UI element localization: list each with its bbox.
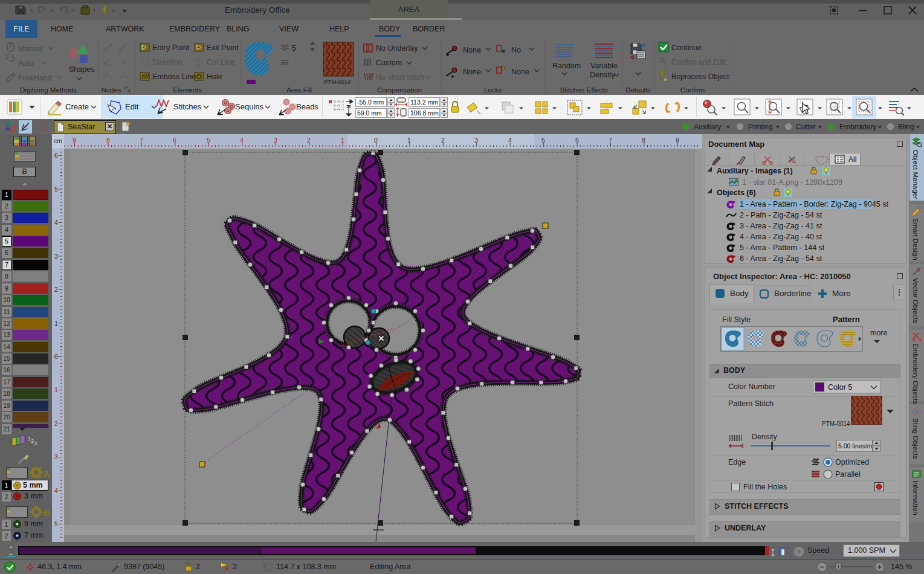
svg-text:No: No [511, 46, 521, 54]
svg-text:Direction: Direction [152, 58, 182, 66]
svg-text:3: 3 [34, 440, 37, 447]
svg-text:Continue: Continue [671, 44, 702, 52]
svg-text:Emboss Line: Emboss Line [152, 73, 196, 81]
svg-text:Confirm and Edit: Confirm and Edit [671, 58, 726, 66]
svg-text:B: B [44, 508, 50, 518]
svg-text:No short stitch: No short stitch [376, 73, 424, 82]
svg-text:All: All [848, 155, 856, 164]
svg-text:Manual: Manual [18, 45, 43, 53]
svg-text:None: None [511, 68, 529, 76]
svg-text:Custom: Custom [376, 59, 402, 67]
svg-text:Density: Density [590, 71, 615, 79]
svg-text:Variable: Variable [590, 62, 618, 70]
svg-text:Auto: Auto [18, 59, 34, 68]
svg-text:Random: Random [552, 62, 581, 70]
svg-text:5: 5 [292, 44, 296, 53]
svg-text:FreeHand: FreeHand [18, 74, 52, 82]
svg-text:A: A [44, 469, 50, 479]
svg-text:Exit Point: Exit Point [207, 44, 239, 52]
svg-text:No Underlay: No Underlay [376, 44, 418, 53]
svg-text:Cut Line: Cut Line [207, 58, 235, 66]
svg-text:Entry Point: Entry Point [152, 44, 190, 52]
svg-text:Reprocess Object: Reprocess Object [671, 73, 729, 81]
svg-text:Shapes: Shapes [69, 65, 94, 74]
svg-text:Hole: Hole [207, 73, 222, 81]
svg-text:PTM-0014: PTM-0014 [324, 79, 351, 85]
svg-text:None: None [463, 46, 481, 54]
svg-text:None: None [463, 68, 481, 76]
